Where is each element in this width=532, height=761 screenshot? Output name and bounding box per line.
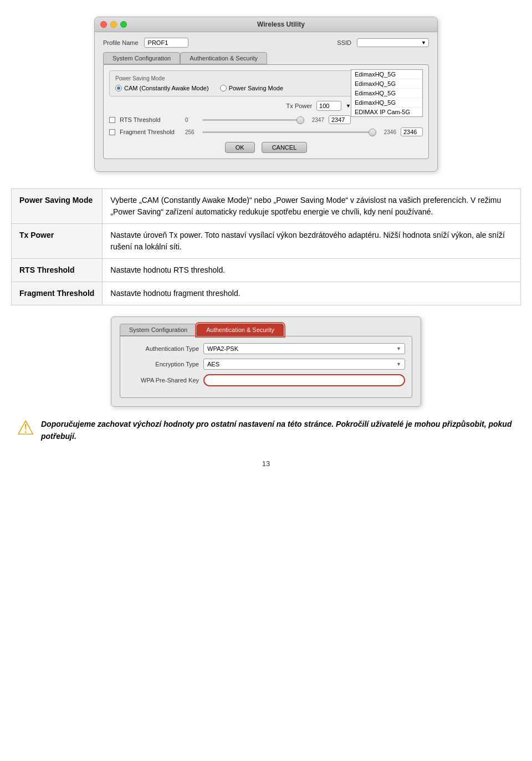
encryption-type-select[interactable]: AES ▼ <box>203 359 405 370</box>
cam-option[interactable]: CAM (Constantly Awake Mode) <box>115 85 209 91</box>
chevron-down-icon: ▼ <box>421 40 426 45</box>
ssid-dropdown[interactable]: ▼ <box>357 38 429 47</box>
bottom-tab-system[interactable]: System Configuration <box>120 324 197 336</box>
close-button[interactable] <box>100 21 107 28</box>
tx-power-row: Tx Power 100 ▼ <box>109 101 351 111</box>
fragment-val-right: 2346 <box>380 129 396 135</box>
fragment-checkbox[interactable] <box>109 129 115 135</box>
desc-tx-power: Nastavte úroveň Tx power. Toto nastaví v… <box>103 224 521 259</box>
fragment-slider-knob[interactable] <box>369 129 376 136</box>
encryption-type-row: Encryption Type AES ▼ <box>127 359 405 370</box>
profile-name-input[interactable]: PROF1 <box>144 38 188 48</box>
window-title: Wireless Utility <box>130 21 432 28</box>
ssid-option-2[interactable]: EdimaxHQ_5G <box>351 79 422 89</box>
fragment-slider-wrap: 256 2346 <box>185 129 396 135</box>
encryption-type-value: AES <box>207 361 219 367</box>
bottom-window: System Configuration Authentication & Se… <box>111 316 421 407</box>
tab-system-configuration[interactable]: System Configuration <box>103 52 180 64</box>
ok-button[interactable]: OK <box>225 142 255 153</box>
table-row: Fragment Threshold Nastavte hodnotu frag… <box>12 282 521 305</box>
content-box: EdimaxHQ_5G EdimaxHQ_5G EdimaxHQ_5G Edim… <box>103 64 429 159</box>
button-row: OK CANCEL <box>109 142 423 153</box>
rts-threshold-row: RTS Threshold 0 2347 2347 <box>109 115 351 124</box>
tab-authentication-security[interactable]: Authentication & Security <box>180 52 267 64</box>
fragment-val-left: 256 <box>185 129 199 135</box>
rts-val-left: 0 <box>185 117 199 123</box>
desc-fragment: Nastavte hodnotu fragment threshold. <box>103 282 521 305</box>
term-rts: RTS Threshold <box>12 259 103 282</box>
auth-type-select[interactable]: WPA2-PSK ▼ <box>203 343 405 354</box>
auth-type-arrow-icon: ▼ <box>396 346 401 351</box>
rts-val-right: 2347 <box>308 117 324 123</box>
top-window: Wireless Utility Profile Name PROF1 SSID… <box>94 17 438 172</box>
wpa-key-row: WPA Pre-Shared Key <box>127 374 405 386</box>
ssid-option-1[interactable]: EdimaxHQ_5G <box>351 70 422 79</box>
ssid-list-container: EdimaxHQ_5G EdimaxHQ_5G EdimaxHQ_5G Edim… <box>351 69 423 117</box>
table-row: Power Saving Mode Vyberte „CAM (Constant… <box>12 189 521 224</box>
auth-type-row: Authentication Type WPA2-PSK ▼ <box>127 343 405 354</box>
desc-rts: Nastavte hodnotu RTS threshold. <box>103 259 521 282</box>
term-power-saving: Power Saving Mode <box>12 189 103 224</box>
term-tx-power: Tx Power <box>12 224 103 259</box>
ssid-label: SSID <box>337 39 351 46</box>
warning-box: ⚠ Doporučujeme zachovat výchozí hodnoty … <box>11 418 521 443</box>
titlebar: Wireless Utility <box>95 17 437 32</box>
tx-power-chevron-icon: ▼ <box>346 103 351 109</box>
tx-power-input[interactable]: 100 <box>316 101 341 111</box>
bottom-tab-auth[interactable]: Authentication & Security <box>197 324 284 336</box>
rts-slider[interactable] <box>202 119 304 121</box>
encryption-type-arrow-icon: ▼ <box>396 361 401 367</box>
table-row: RTS Threshold Nastavte hodnotu RTS thres… <box>12 259 521 282</box>
info-table: Power Saving Mode Vyberte „CAM (Constant… <box>11 188 521 305</box>
ssid-list: EdimaxHQ_5G EdimaxHQ_5G EdimaxHQ_5G Edim… <box>351 69 423 117</box>
ssid-option-5[interactable]: EDIMAX IP Cam-5G <box>351 108 422 116</box>
rts-input[interactable]: 2347 <box>329 115 351 124</box>
cancel-button[interactable]: CANCEL <box>262 142 308 153</box>
auth-type-label: Authentication Type <box>127 345 199 352</box>
warning-icon: ⚠ <box>17 418 34 438</box>
maximize-button[interactable] <box>120 21 127 28</box>
encryption-type-label: Encryption Type <box>127 361 199 367</box>
cam-label: CAM (Constantly Awake Mode) <box>124 85 209 91</box>
wpa-key-label: WPA Pre-Shared Key <box>127 377 199 384</box>
psm-option[interactable]: Power Saving Mode <box>220 85 283 91</box>
fragment-threshold-row: Fragment Threshold 256 2346 2346 <box>109 127 423 136</box>
rts-slider-knob[interactable] <box>296 116 304 124</box>
term-fragment: Fragment Threshold <box>12 282 103 305</box>
rts-checkbox[interactable] <box>109 117 115 123</box>
rts-label: RTS Threshold <box>120 116 181 123</box>
fragment-label: Fragment Threshold <box>120 129 181 135</box>
fragment-slider[interactable] <box>202 131 376 133</box>
desc-power-saving: Vyberte „CAM (Constantly Awake Mode)“ ne… <box>103 189 521 224</box>
fragment-input[interactable]: 2346 <box>401 127 423 136</box>
psm-radio[interactable] <box>220 85 227 91</box>
minimize-button[interactable] <box>110 21 117 28</box>
wpa-key-input[interactable] <box>203 374 405 386</box>
page-number: 13 <box>11 459 521 468</box>
profile-name-label: Profile Name <box>103 39 139 46</box>
rts-slider-wrap: 0 2347 <box>185 117 324 123</box>
bottom-tab-bar: System Configuration Authentication & Se… <box>120 324 412 336</box>
tab-bar: System Configuration Authentication & Se… <box>103 52 429 64</box>
cam-radio[interactable] <box>115 85 122 91</box>
radio-row: CAM (Constantly Awake Mode) Power Saving… <box>115 85 351 91</box>
ssid-option-4[interactable]: EdimaxHQ_5G <box>351 98 422 108</box>
warning-text: Doporučujeme zachovat výchozí hodnoty pr… <box>41 418 515 443</box>
table-row: Tx Power Nastavte úroveň Tx power. Toto … <box>12 224 521 259</box>
tx-power-label: Tx Power <box>287 103 312 109</box>
psm-label: Power Saving Mode <box>229 85 283 91</box>
profile-row: Profile Name PROF1 SSID ▼ <box>103 38 429 48</box>
bottom-content: Authentication Type WPA2-PSK ▼ Encryptio… <box>120 336 412 398</box>
auth-type-value: WPA2-PSK <box>207 345 238 352</box>
ssid-option-3[interactable]: EdimaxHQ_5G <box>351 89 422 98</box>
